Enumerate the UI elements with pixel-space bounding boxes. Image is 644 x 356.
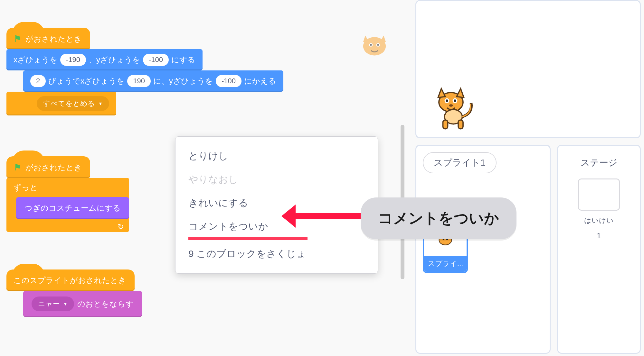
dropdown-icon: ▼ xyxy=(98,101,103,106)
highlight-underline xyxy=(188,237,308,240)
sound-name: ニャー xyxy=(38,299,60,309)
stage-title: ステージ xyxy=(564,157,633,169)
goto-text-3: にする xyxy=(171,55,195,65)
sprite-name-field[interactable]: スプライト1 xyxy=(423,152,497,173)
script-stack-2[interactable]: ⚑ がおされたとき ずっと つぎのコスチュームにする ↻ xyxy=(6,156,129,232)
annotation-arrow xyxy=(294,213,363,219)
play-sound-suffix: のおとをならす xyxy=(77,299,134,309)
goto-y-input[interactable]: -100 xyxy=(143,54,169,66)
when-sprite-clicked-block[interactable]: このスプライトがおされたとき xyxy=(6,269,135,291)
menu-undo[interactable]: とりけし xyxy=(175,144,378,168)
sprite-thumb-label: スプライ... xyxy=(424,256,467,272)
stage-info-panel: ステージ はいけい 1 xyxy=(557,145,641,354)
stop-all-block[interactable]: すべてをとめる ▼ xyxy=(6,92,116,115)
glide-secs-input[interactable]: 2 xyxy=(30,75,46,87)
backdrop-thumbnail[interactable] xyxy=(578,178,620,211)
glide-xy-block[interactable]: 2 びょうでxざひょうを 190 に、yざひょうを -100 にかえる xyxy=(23,70,283,92)
backdrop-label: はいけい xyxy=(564,216,633,225)
cat-watermark xyxy=(357,26,392,62)
goto-text-1: xざひょうを xyxy=(14,55,58,65)
next-costume-block[interactable]: つぎのコスチュームにする xyxy=(16,197,129,219)
backdrop-count: 1 xyxy=(564,231,633,240)
when-flag-clicked-block[interactable]: ⚑ がおされたとき xyxy=(6,28,90,49)
glide-y-input[interactable]: -100 xyxy=(216,75,242,87)
script-stack-1[interactable]: ⚑ がおされたとき xざひょうを -190 、yざひょうを -100 にする 2… xyxy=(6,28,283,115)
play-sound-block[interactable]: ニャー ▼ のおとをならす xyxy=(23,291,142,317)
context-menu: とりけし やりなおし きれいにする コメントをついか 9 このブロックをさくじょ xyxy=(175,136,378,274)
glide-x-input[interactable]: 190 xyxy=(127,75,151,87)
menu-cleanup[interactable]: きれいにする xyxy=(175,191,378,215)
stop-all-dropdown[interactable]: すべてをとめる ▼ xyxy=(37,96,109,111)
svg-rect-16 xyxy=(443,120,448,129)
goto-xy-block[interactable]: xざひょうを -190 、yざひょうを -100 にする xyxy=(6,49,203,70)
menu-redo: やりなおし xyxy=(175,168,378,191)
goto-text-2: 、yざひょうを xyxy=(89,55,140,65)
sprite-on-stage[interactable] xyxy=(429,81,478,131)
when-flag-clicked-block-2[interactable]: ⚑ がおされたとき xyxy=(6,156,90,178)
sprite-list-panel: スプライト1 スプライ... xyxy=(415,145,551,354)
glide-text-1: びょうでxざひょうを xyxy=(48,76,125,86)
goto-x-input[interactable]: -190 xyxy=(60,54,86,66)
loop-arrow-icon: ↻ xyxy=(118,222,124,231)
svg-marker-8 xyxy=(438,89,446,98)
forever-label: ずっと xyxy=(6,178,129,196)
next-costume-label: つぎのコスチュームにする xyxy=(24,204,121,212)
svg-marker-9 xyxy=(457,89,464,98)
stage-preview[interactable] xyxy=(415,0,641,138)
annotation-callout: コメントをついか xyxy=(361,197,516,239)
svg-point-11 xyxy=(446,99,448,102)
svg-rect-17 xyxy=(458,120,463,129)
green-flag-icon: ⚑ xyxy=(14,33,22,44)
dropdown-icon: ▼ xyxy=(63,301,68,306)
hat-label: がおされたとき xyxy=(25,162,82,173)
hat-label: このスプライトがおされたとき xyxy=(14,275,126,286)
sound-dropdown[interactable]: ニャー ▼ xyxy=(32,297,74,311)
green-flag-icon: ⚑ xyxy=(14,162,22,173)
hat-label: がおされたとき xyxy=(25,34,82,44)
menu-delete-blocks[interactable]: 9 このブロックをさくじょ xyxy=(175,242,378,266)
stop-all-label: すべてをとめる xyxy=(43,99,95,108)
script-stack-3[interactable]: このスプライトがおされたとき ニャー ▼ のおとをならす xyxy=(6,269,142,317)
glide-text-3: にかえる xyxy=(244,76,276,86)
forever-block[interactable]: ずっと つぎのコスチュームにする ↻ xyxy=(6,178,129,232)
svg-point-13 xyxy=(454,99,456,102)
glide-text-2: に、yざひょうを xyxy=(153,76,213,86)
svg-point-4 xyxy=(370,44,372,46)
svg-point-6 xyxy=(377,44,379,46)
svg-point-14 xyxy=(449,104,453,107)
script-workspace[interactable]: ⚑ がおされたとき xざひょうを -190 、yざひょうを -100 にする 2… xyxy=(0,0,406,356)
